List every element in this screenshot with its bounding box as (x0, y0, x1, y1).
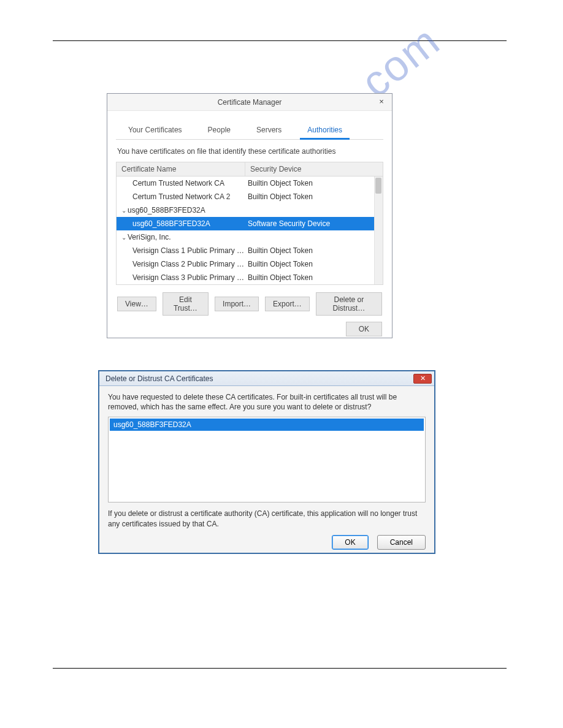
page-rule-top (53, 40, 507, 41)
tab-people[interactable]: People (201, 122, 238, 139)
delete-button-row: OK Cancel (108, 529, 426, 550)
close-icon[interactable]: ✕ (413, 374, 432, 384)
scrollbar[interactable] (374, 176, 383, 284)
table-row[interactable]: Verisign Class 3 Public Primary Certi… B… (117, 271, 383, 284)
close-icon[interactable]: × (376, 97, 387, 108)
table-row[interactable]: Verisign Class 2 Public Primary Certi… B… (117, 257, 383, 271)
col-security-device[interactable]: Security Device (245, 162, 383, 176)
tabstrip: Your Certificates People Servers Authori… (116, 117, 383, 140)
scrollbar-thumb[interactable] (375, 178, 381, 194)
tab-description: You have certificates on file that ident… (116, 140, 383, 162)
table-body[interactable]: Certum Trusted Network CA Builtin Object… (117, 176, 383, 284)
delete-list[interactable]: usg60_588BF3FED32A (108, 417, 426, 502)
table-group[interactable]: ⌄ VeriSign, Inc. (117, 230, 383, 244)
table-row[interactable]: Certum Trusted Network CA 2 Builtin Obje… (117, 190, 383, 203)
cancel-button[interactable]: Cancel (377, 535, 426, 550)
export-button[interactable]: Export… (265, 297, 310, 311)
table-row[interactable]: Certum Trusted Network CA Builtin Object… (117, 176, 383, 190)
delete-warning: If you delete or distrust a certificate … (108, 509, 426, 528)
delete-titlebar: Delete or Distrust CA Certificates ✕ (99, 371, 434, 386)
tab-your-certificates[interactable]: Your Certificates (121, 122, 190, 139)
tab-servers[interactable]: Servers (249, 122, 289, 139)
certificate-manager-dialog: Certificate Manager × Your Certificates … (107, 93, 393, 338)
certificate-table: Certificate Name Security Device Certum … (116, 162, 383, 285)
delete-title-text: Delete or Distrust CA Certificates (105, 374, 213, 383)
delete-message: You have requested to delete these CA ce… (108, 392, 426, 412)
table-row[interactable]: Verisign Class 1 Public Primary Certi… B… (117, 244, 383, 257)
table-row-selected[interactable]: usg60_588BF3FED32A Software Security Dev… (117, 217, 383, 230)
table-header: Certificate Name Security Device (117, 162, 383, 176)
page-rule-bottom (53, 668, 507, 669)
cert-titlebar: Certificate Manager × (107, 94, 392, 111)
delete-distrust-button[interactable]: Delete or Distrust… (316, 292, 382, 316)
edit-trust-button[interactable]: Edit Trust… (163, 292, 209, 316)
cert-title: Certificate Manager (218, 98, 282, 107)
button-row: View… Edit Trust… Import… Export… Delete… (116, 285, 383, 316)
ok-button[interactable]: OK (332, 535, 368, 550)
import-button[interactable]: Import… (215, 297, 259, 311)
col-certificate-name[interactable]: Certificate Name (117, 162, 245, 176)
ok-button[interactable]: OK (346, 322, 382, 336)
table-group[interactable]: ⌄ usg60_588BF3FED32A (117, 203, 383, 217)
tab-authorities[interactable]: Authorities (300, 122, 350, 139)
delete-distrust-dialog: Delete or Distrust CA Certificates ✕ You… (98, 370, 435, 554)
view-button[interactable]: View… (117, 297, 156, 311)
chevron-down-icon: ⌄ (120, 207, 128, 214)
chevron-down-icon: ⌄ (120, 234, 128, 241)
delete-list-item[interactable]: usg60_588BF3FED32A (110, 419, 424, 431)
